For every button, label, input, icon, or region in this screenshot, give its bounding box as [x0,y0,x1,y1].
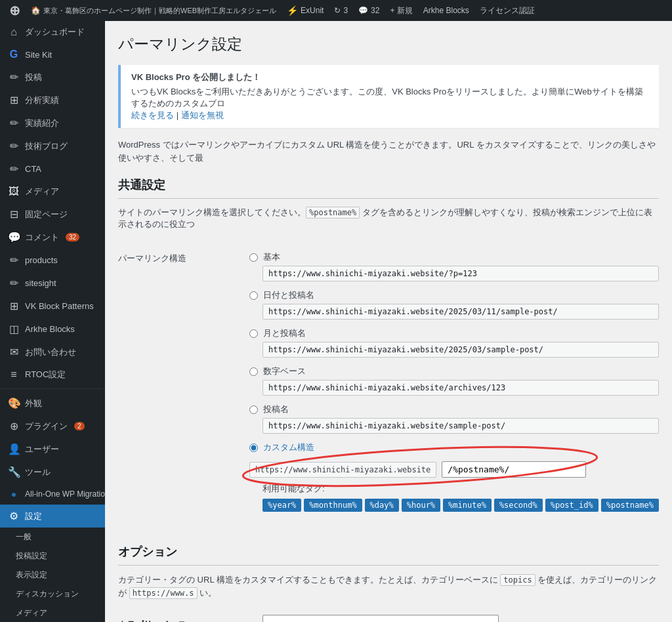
page-description: WordPress ではパーマリンクやアーカイブにカスタム URL 構造を使うこ… [118,138,659,164]
radio-label-day-name[interactable]: 日付と投稿名 [249,289,659,301]
custom-structure-inputs: https://www.shinichi-miyazaki.website [249,461,659,478]
sidebar-item-analytics[interactable]: ⊞ 分析実績 [0,89,105,112]
submenu-media[interactable]: メディア [0,604,105,622]
sidebar-item-vk-block-patterns[interactable]: ⊞ VK Block Patterns [0,295,105,318]
sidebar-item-plugins[interactable]: ⊕ プラグイン 2 [0,415,105,438]
sidebar-item-tools[interactable]: 🔧 ツール [0,461,105,484]
submenu-general[interactable]: 一般 [0,528,105,547]
sidebar-item-cta[interactable]: ✏ CTA [0,157,105,180]
sidebar-item-sitesight[interactable]: ✏ sitesight [0,272,105,295]
sidebar-item-works[interactable]: ✏ 実績紹介 [0,112,105,135]
radio-label-numeric[interactable]: 数字ベース [249,365,659,377]
postname-tag: %postname% [306,207,360,218]
arkhe-blocks-icon: ◫ [8,323,20,335]
sidebar-item-comments[interactable]: 💬 コメント 32 [0,226,105,249]
notice-links: 続きを見る | 通知を無視 [131,110,648,121]
sidebar-item-dashboard[interactable]: ⌂ ダッシュボード [0,21,105,43]
notice-text: いつもVK Blocksをご利用いただきありがとうございます。この度、VK Bl… [131,86,648,110]
techblog-icon: ✏ [8,140,20,152]
appearance-icon: 🎨 [8,397,20,409]
rtoc-icon: ≡ [8,369,20,381]
tag-postname[interactable]: %postname% [601,499,659,512]
sidebar-item-rtoc[interactable]: ≡ RTOC設定 [0,363,105,386]
comments-badge: 32 [66,233,79,241]
allinone-icon: ● [8,489,20,499]
tag-year[interactable]: %year% [262,499,301,512]
sidebar-item-all-in-one[interactable]: ● All-in-One WP Migration [0,484,105,505]
url-example-month-name: https://www.shinichi-miyazaki.website/20… [262,342,659,358]
notice-read-more-link[interactable]: 続きを見る [131,110,174,120]
sidebar-item-appearance[interactable]: 🎨 外観 [0,392,105,415]
page-title: パーマリンク設定 [118,34,659,54]
posts-icon: ✏ [8,71,20,83]
sidebar-item-techblog[interactable]: ✏ 技術ブログ [0,135,105,157]
sidebar-item-posts[interactable]: ✏ 投稿 [0,66,105,89]
url-example-numeric: https://www.shinichi-miyazaki.website/ar… [262,380,659,396]
tags-label: 利用可能なタグ: [262,483,659,495]
sidebar-item-sitekit[interactable]: G Site Kit [0,43,105,66]
sitesight-icon: ✏ [8,277,20,289]
sidebar-item-users[interactable]: 👤 ユーザー [0,438,105,461]
tags-row: %year% %monthnum% %day% %hour% %minute% … [262,499,659,512]
main-content: パーマリンク設定 VK Blocks Pro を公開しました！ いつもVK Bl… [105,21,672,622]
tag-monthnum[interactable]: %monthnum% [304,499,362,512]
submenu-discussion[interactable]: ディスカッション [0,585,105,604]
tag-hour[interactable]: %hour% [402,499,440,512]
works-icon: ✏ [8,117,20,129]
custom-url-input[interactable] [442,461,586,478]
license-button[interactable]: ライセンス認証 [476,0,539,21]
options-description: カテゴリー・タグの URL 構造をカスタマイズすることもできます。たとえば、カテ… [118,573,659,599]
submenu-reading[interactable]: 表示設定 [0,566,105,585]
wp-logo-button[interactable]: ⊕ [5,0,24,21]
radio-month-name[interactable] [249,329,258,338]
radio-label-custom[interactable]: カスタム構造 [249,442,659,453]
vk-blocks-notice: VK Blocks Pro を公開しました！ いつもVK Blocksをご利用い… [118,65,659,128]
new-content-button[interactable]: + 新規 [386,0,416,21]
radio-label-plain[interactable]: 基本 [249,251,659,263]
exunit-button[interactable]: ⚡ ExUnit [283,0,327,21]
layout: ⌂ ダッシュボード G Site Kit ✏ 投稿 ⊞ 分析実績 ✏ 実績紹介 … [0,21,672,622]
arkhe-blocks-button[interactable]: Arkhe Blocks [419,0,473,21]
comments-button[interactable]: 💬 32 [354,0,383,21]
sitekit-icon: G [8,49,20,60]
comments-icon: 💬 [8,231,20,243]
sidebar-item-contact[interactable]: ✉ お問い合わせ [0,341,105,363]
comment-icon: 💬 [358,6,368,15]
plugins-badge: 2 [74,422,85,430]
radio-option-month-name: 月と投稿名 https://www.shinichi-miyazaki.webs… [249,327,659,358]
media-icon: 🖼 [8,186,20,197]
radio-post-name[interactable] [249,405,258,414]
tag-minute[interactable]: %minute% [443,499,492,512]
sidebar-item-arkhe-blocks[interactable]: ◫ Arkhe Blocks [0,318,105,341]
radio-plain[interactable] [249,253,258,262]
tag-post-id[interactable]: %post_id% [545,499,598,512]
tag-day[interactable]: %day% [365,499,399,512]
radio-label-month-name[interactable]: 月と投稿名 [249,327,659,339]
radio-custom[interactable] [249,444,258,452]
sidebar-item-media[interactable]: 🖼 メディア [0,180,105,203]
pages-icon: ⊟ [8,208,20,220]
category-base-input[interactable] [262,615,499,622]
radio-option-post-name: 投稿名 https://www.shinichi-miyazaki.websit… [249,404,659,434]
dashboard-icon: ⌂ [8,26,20,38]
sidebar-item-pages[interactable]: ⊟ 固定ページ [0,203,105,226]
submenu-writing[interactable]: 投稿設定 [0,547,105,566]
updates-button[interactable]: ↻ 3 [330,0,352,21]
radio-day-name[interactable] [249,291,258,300]
contact-icon: ✉ [8,346,20,358]
custom-url-prefix: https://www.shinichi-miyazaki.website [249,462,436,478]
radio-numeric[interactable] [249,367,258,376]
radio-option-custom: カスタム構造 https://www.shinichi-miyazaki.web… [249,442,659,512]
permalink-structure-row: パーマリンク構造 基本 https://www.shinichi-miyazak… [118,243,659,528]
notice-dismiss-link[interactable]: 通知を無視 [181,110,224,120]
tag-second[interactable]: %second% [494,499,543,512]
wp-icon: ⊕ [9,3,20,18]
radio-label-post-name[interactable]: 投稿名 [249,404,659,415]
options-title: オプション [118,544,659,566]
sidebar-item-products[interactable]: ✏ products [0,249,105,272]
users-icon: 👤 [8,443,20,455]
admin-bar: ⊕ 🏠 東京・葛飾区のホームページ制作｜戦略的WEB制作工房エルタジェール ⚡ … [0,0,672,21]
analytics-icon: ⊞ [8,94,20,106]
site-name-button[interactable]: 🏠 東京・葛飾区のホームページ制作｜戦略的WEB制作工房エルタジェール [27,0,280,21]
sidebar-item-settings[interactable]: ⚙ 設定 [0,505,105,528]
